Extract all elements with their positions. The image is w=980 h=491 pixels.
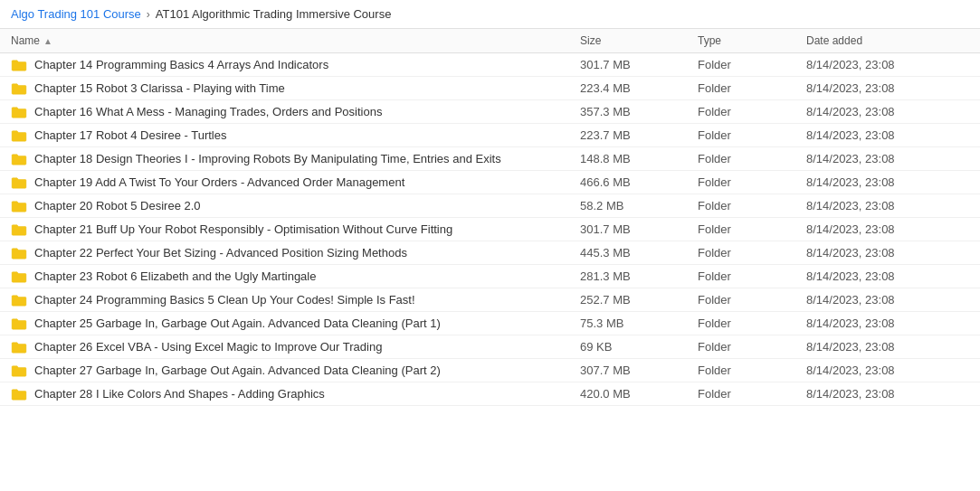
table-body: Chapter 14 Programming Basics 4 Arrays A… bbox=[0, 53, 980, 406]
cell-size: 281.3 MB bbox=[580, 269, 698, 283]
breadcrumb: Algo Trading 101 Course › AT101 Algorith… bbox=[0, 0, 980, 29]
cell-date: 8/14/2023, 23:08 bbox=[806, 269, 969, 283]
cell-type: Folder bbox=[698, 364, 806, 377]
table-row[interactable]: Chapter 22 Perfect Your Bet Sizing - Adv… bbox=[0, 241, 980, 265]
cell-date: 8/14/2023, 23:08 bbox=[806, 293, 969, 307]
cell-date: 8/14/2023, 23:08 bbox=[806, 340, 969, 354]
cell-size: 58.2 MB bbox=[580, 199, 698, 212]
cell-type: Folder bbox=[698, 152, 806, 165]
cell-name: Chapter 26 Excel VBA - Using Excel Magic… bbox=[11, 340, 580, 354]
cell-date: 8/14/2023, 23:08 bbox=[806, 128, 969, 142]
table-row[interactable]: Chapter 16 What A Mess - Managing Trades… bbox=[0, 100, 980, 124]
cell-date: 8/14/2023, 23:08 bbox=[806, 199, 969, 212]
cell-name: Chapter 17 Robot 4 Desiree - Turtles bbox=[11, 128, 580, 142]
folder-icon bbox=[11, 294, 27, 307]
folder-icon bbox=[11, 176, 27, 189]
cell-type: Folder bbox=[698, 340, 806, 354]
sort-icon: ▲ bbox=[43, 36, 52, 46]
file-table: Name ▲ Size Type Date added Chapter 14 P… bbox=[0, 29, 980, 406]
cell-type: Folder bbox=[698, 246, 806, 260]
row-name-text: Chapter 28 I Like Colors And Shapes - Ad… bbox=[34, 387, 325, 401]
cell-size: 445.3 MB bbox=[580, 246, 698, 260]
cell-name: Chapter 22 Perfect Your Bet Sizing - Adv… bbox=[11, 246, 580, 260]
table-row[interactable]: Chapter 28 I Like Colors And Shapes - Ad… bbox=[0, 382, 980, 406]
folder-icon bbox=[11, 106, 27, 118]
folder-icon bbox=[11, 270, 27, 283]
cell-date: 8/14/2023, 23:08 bbox=[806, 175, 969, 189]
cell-type: Folder bbox=[698, 222, 806, 236]
row-name-text: Chapter 17 Robot 4 Desiree - Turtles bbox=[34, 128, 226, 142]
cell-date: 8/14/2023, 23:08 bbox=[806, 316, 969, 330]
cell-date: 8/14/2023, 23:08 bbox=[806, 246, 969, 260]
cell-date: 8/14/2023, 23:08 bbox=[806, 387, 969, 401]
table-row[interactable]: Chapter 24 Programming Basics 5 Clean Up… bbox=[0, 288, 980, 312]
breadcrumb-root[interactable]: Algo Trading 101 Course bbox=[11, 7, 141, 21]
row-name-text: Chapter 25 Garbage In, Garbage Out Again… bbox=[34, 316, 441, 330]
folder-icon bbox=[11, 341, 27, 354]
breadcrumb-current: AT101 Algorithmic Trading Immersive Cour… bbox=[156, 7, 392, 21]
cell-size: 466.6 MB bbox=[580, 175, 698, 189]
table-row[interactable]: Chapter 27 Garbage In, Garbage Out Again… bbox=[0, 359, 980, 382]
folder-icon bbox=[11, 223, 27, 236]
cell-name: Chapter 18 Design Theories I - Improving… bbox=[11, 152, 580, 165]
folder-icon bbox=[11, 153, 27, 165]
cell-type: Folder bbox=[698, 81, 806, 95]
row-name-text: Chapter 27 Garbage In, Garbage Out Again… bbox=[34, 364, 441, 377]
folder-icon bbox=[11, 200, 27, 212]
table-row[interactable]: Chapter 18 Design Theories I - Improving… bbox=[0, 147, 980, 171]
table-row[interactable]: Chapter 21 Buff Up Your Robot Responsibl… bbox=[0, 218, 980, 241]
table-row[interactable]: Chapter 26 Excel VBA - Using Excel Magic… bbox=[0, 335, 980, 359]
cell-type: Folder bbox=[698, 128, 806, 142]
header-type[interactable]: Type bbox=[698, 34, 806, 47]
cell-type: Folder bbox=[698, 175, 806, 189]
cell-size: 301.7 MB bbox=[580, 222, 698, 236]
row-name-text: Chapter 19 Add A Twist To Your Orders - … bbox=[34, 175, 404, 189]
cell-type: Folder bbox=[698, 105, 806, 118]
folder-icon bbox=[11, 129, 27, 142]
cell-name: Chapter 24 Programming Basics 5 Clean Up… bbox=[11, 293, 580, 307]
cell-date: 8/14/2023, 23:08 bbox=[806, 152, 969, 165]
table-row[interactable]: Chapter 23 Robot 6 Elizabeth and the Ugl… bbox=[0, 265, 980, 288]
folder-icon bbox=[11, 317, 27, 330]
cell-size: 223.7 MB bbox=[580, 128, 698, 142]
cell-name: Chapter 16 What A Mess - Managing Trades… bbox=[11, 105, 580, 118]
cell-size: 357.3 MB bbox=[580, 105, 698, 118]
cell-size: 148.8 MB bbox=[580, 152, 698, 165]
cell-size: 307.7 MB bbox=[580, 364, 698, 377]
row-name-text: Chapter 24 Programming Basics 5 Clean Up… bbox=[34, 293, 415, 307]
cell-name: Chapter 28 I Like Colors And Shapes - Ad… bbox=[11, 387, 580, 401]
cell-type: Folder bbox=[698, 199, 806, 212]
table-row[interactable]: Chapter 19 Add A Twist To Your Orders - … bbox=[0, 171, 980, 194]
table-row[interactable]: Chapter 14 Programming Basics 4 Arrays A… bbox=[0, 53, 980, 77]
header-size[interactable]: Size bbox=[580, 34, 698, 47]
cell-name: Chapter 15 Robot 3 Clarissa - Playing wi… bbox=[11, 81, 580, 95]
cell-date: 8/14/2023, 23:08 bbox=[806, 105, 969, 118]
folder-icon bbox=[11, 82, 27, 95]
folder-icon bbox=[11, 364, 27, 377]
cell-date: 8/14/2023, 23:08 bbox=[806, 58, 969, 71]
cell-size: 420.0 MB bbox=[580, 387, 698, 401]
cell-type: Folder bbox=[698, 387, 806, 401]
cell-name: Chapter 23 Robot 6 Elizabeth and the Ugl… bbox=[11, 269, 580, 283]
cell-size: 75.3 MB bbox=[580, 316, 698, 330]
cell-name: Chapter 27 Garbage In, Garbage Out Again… bbox=[11, 364, 580, 377]
cell-name: Chapter 25 Garbage In, Garbage Out Again… bbox=[11, 316, 580, 330]
row-name-text: Chapter 26 Excel VBA - Using Excel Magic… bbox=[34, 340, 382, 354]
folder-icon bbox=[11, 59, 27, 71]
table-row[interactable]: Chapter 15 Robot 3 Clarissa - Playing wi… bbox=[0, 77, 980, 100]
table-row[interactable]: Chapter 17 Robot 4 Desiree - Turtles 223… bbox=[0, 124, 980, 147]
row-name-text: Chapter 14 Programming Basics 4 Arrays A… bbox=[34, 58, 328, 71]
header-name[interactable]: Name ▲ bbox=[11, 34, 580, 47]
row-name-text: Chapter 18 Design Theories I - Improving… bbox=[34, 152, 501, 165]
row-name-text: Chapter 20 Robot 5 Desiree 2.0 bbox=[34, 199, 201, 212]
cell-size: 223.4 MB bbox=[580, 81, 698, 95]
cell-type: Folder bbox=[698, 293, 806, 307]
cell-type: Folder bbox=[698, 58, 806, 71]
cell-size: 69 KB bbox=[580, 340, 698, 354]
row-name-text: Chapter 22 Perfect Your Bet Sizing - Adv… bbox=[34, 246, 407, 260]
cell-name: Chapter 20 Robot 5 Desiree 2.0 bbox=[11, 199, 580, 212]
row-name-text: Chapter 15 Robot 3 Clarissa - Playing wi… bbox=[34, 81, 285, 95]
table-row[interactable]: Chapter 25 Garbage In, Garbage Out Again… bbox=[0, 312, 980, 335]
table-row[interactable]: Chapter 20 Robot 5 Desiree 2.0 58.2 MB F… bbox=[0, 194, 980, 218]
header-date[interactable]: Date added bbox=[806, 34, 969, 47]
